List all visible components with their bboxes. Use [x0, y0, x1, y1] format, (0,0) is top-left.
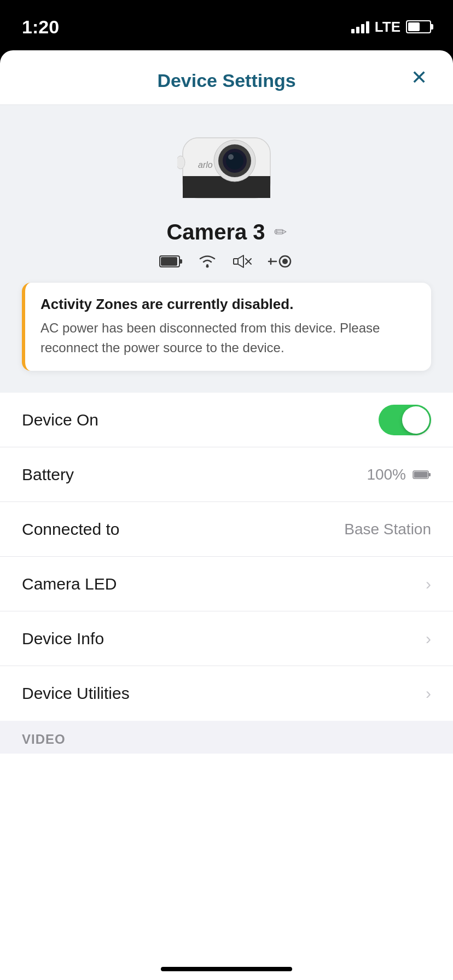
status-time: 1:20	[22, 16, 59, 38]
sheet-header: Device Settings ✕	[0, 50, 453, 105]
signal-icon	[351, 20, 369, 33]
warning-body: AC power has been disconnected from this…	[40, 318, 416, 358]
battery-value: 100%	[367, 466, 431, 483]
svg-rect-13	[161, 257, 177, 266]
svg-point-7	[226, 152, 243, 170]
connected-to-row: Connected to Base Station	[0, 502, 453, 557]
device-utilities-label: Device Utilities	[22, 684, 130, 703]
connected-to-value: Base Station	[344, 521, 431, 538]
svg-rect-23	[428, 473, 431, 476]
device-utilities-chevron-icon: ›	[426, 684, 431, 703]
svg-rect-12	[179, 259, 182, 264]
battery-full-icon	[413, 470, 431, 480]
warning-box: Activity Zones are currently disabled. A…	[22, 283, 431, 371]
device-status-icons-row	[159, 253, 294, 270]
device-on-label: Device On	[22, 411, 98, 429]
svg-rect-15	[234, 259, 238, 264]
settings-list: Device On Battery 100% Connected to Base…	[0, 393, 453, 721]
warning-title: Activity Zones are currently disabled.	[40, 296, 416, 313]
battery-label: Battery	[22, 465, 74, 484]
svg-point-21	[282, 259, 288, 264]
speaker-icon	[231, 253, 253, 270]
svg-point-10	[177, 156, 185, 169]
svg-text:arlo: arlo	[198, 160, 213, 170]
toggle-thumb	[402, 406, 429, 434]
device-info-chevron-icon: ›	[426, 629, 431, 648]
device-on-row[interactable]: Device On	[0, 393, 453, 447]
motion-icon	[266, 253, 294, 270]
close-icon: ✕	[411, 68, 427, 88]
svg-point-8	[228, 154, 234, 160]
status-icons: LTE	[351, 19, 431, 36]
device-name-row: Camera 3 ✏	[166, 220, 286, 244]
device-name: Camera 3	[166, 220, 265, 244]
wifi-icon	[196, 253, 218, 270]
video-section-label: VIDEO	[22, 732, 66, 746]
device-info-label: Device Info	[22, 629, 104, 648]
video-section-header: VIDEO	[0, 721, 453, 754]
lte-label: LTE	[375, 19, 400, 36]
camera-led-chevron-icon: ›	[426, 575, 431, 593]
camera-image: arlo	[177, 121, 276, 209]
close-button[interactable]: ✕	[407, 66, 431, 90]
camera-led-label: Camera LED	[22, 575, 117, 593]
home-indicator	[161, 967, 292, 971]
status-bar: 1:20 LTE	[0, 0, 453, 48]
device-utilities-row[interactable]: Device Utilities ›	[0, 666, 453, 721]
device-on-toggle[interactable]	[379, 405, 431, 435]
edit-name-icon[interactable]: ✏	[274, 223, 287, 241]
camera-led-row[interactable]: Camera LED ›	[0, 557, 453, 611]
battery-level-icon	[159, 254, 183, 269]
battery-percent: 100%	[367, 466, 406, 483]
sheet-title: Device Settings	[157, 70, 295, 91]
connected-to-label: Connected to	[22, 520, 119, 539]
settings-sheet: Device Settings ✕	[0, 50, 453, 980]
battery-row: Battery 100%	[0, 447, 453, 502]
svg-point-14	[206, 265, 209, 268]
connection-value: Base Station	[344, 521, 431, 538]
svg-rect-24	[414, 471, 428, 477]
device-info-row[interactable]: Device Info ›	[0, 611, 453, 666]
device-hero: arlo Camera 3 ✏	[0, 105, 453, 393]
battery-status-icon	[406, 20, 431, 33]
